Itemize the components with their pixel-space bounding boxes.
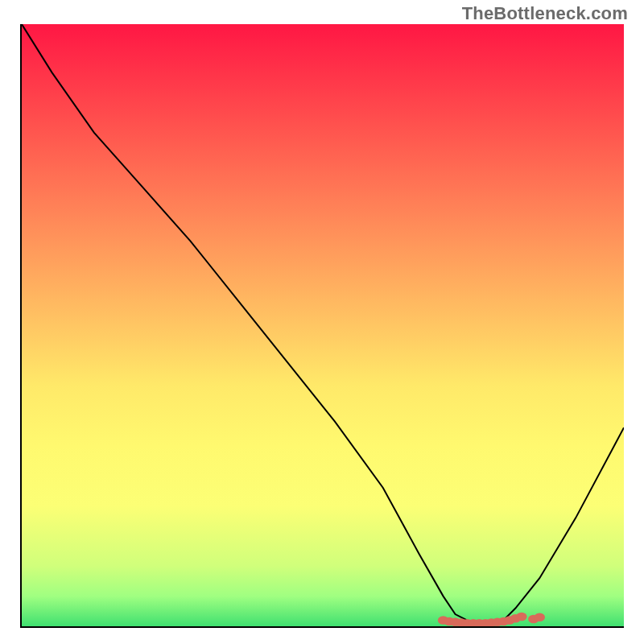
watermark-text: TheBottleneck.com xyxy=(462,3,628,24)
optimal-region-markers xyxy=(438,613,545,626)
bottleneck-curve xyxy=(22,24,624,626)
optimal-marker xyxy=(516,613,526,621)
chart-area xyxy=(20,24,624,628)
optimal-marker xyxy=(535,613,545,621)
chart-svg xyxy=(22,24,624,626)
